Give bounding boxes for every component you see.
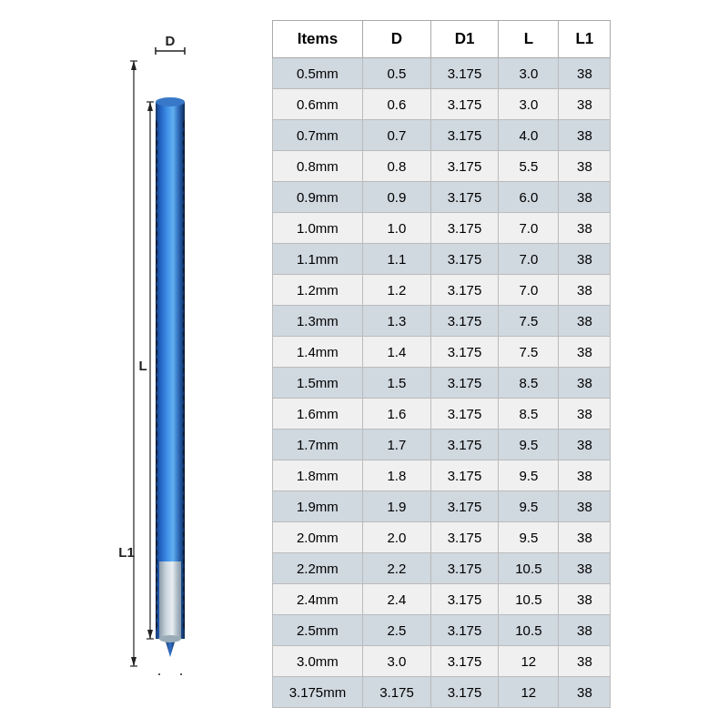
spec-value-cell: 38 xyxy=(559,646,611,677)
spec-value-cell: 38 xyxy=(559,584,611,615)
item-name-cell: 1.2mm xyxy=(272,275,363,306)
spec-value-cell: 12 xyxy=(499,646,559,677)
svg-point-6 xyxy=(159,635,181,642)
item-name-cell: 0.8mm xyxy=(272,151,363,182)
d1-label: D1 xyxy=(161,672,178,675)
item-name-cell: 1.5mm xyxy=(272,368,363,399)
spec-value-cell: 1.6 xyxy=(363,399,431,430)
spec-value-cell: 0.9 xyxy=(363,182,431,213)
spec-value-cell: 9.5 xyxy=(499,430,559,460)
spec-value-cell: 5.5 xyxy=(499,151,559,182)
spec-value-cell: 38 xyxy=(559,491,611,522)
table-row: 1.4mm1.43.1757.538 xyxy=(272,337,611,368)
spec-value-cell: 0.7 xyxy=(363,120,431,151)
column-header-items: Items xyxy=(272,21,363,58)
table-row: 2.2mm2.23.17510.538 xyxy=(272,553,611,584)
svg-marker-12 xyxy=(147,630,153,639)
spec-value-cell: 4.0 xyxy=(499,120,559,151)
table-row: 0.8mm0.83.1755.538 xyxy=(272,151,611,182)
spec-value-cell: 0.8 xyxy=(363,151,431,182)
table-row: 0.9mm0.93.1756.038 xyxy=(272,182,611,213)
d-label: D xyxy=(165,33,175,48)
spec-value-cell: 1.2 xyxy=(363,275,431,306)
spec-value-cell: 3.175 xyxy=(363,677,431,708)
spec-value-cell: 3.175 xyxy=(430,430,499,460)
data-table-wrapper: ItemsDD1LL1 0.5mm0.53.1753.0380.6mm0.63.… xyxy=(272,20,612,708)
spec-value-cell: 38 xyxy=(559,337,611,368)
spec-value-cell: 38 xyxy=(559,244,611,275)
spec-value-cell: 2.2 xyxy=(363,553,431,584)
table-row: 0.6mm0.63.1753.038 xyxy=(272,89,611,120)
spec-value-cell: 3.175 xyxy=(430,120,499,151)
item-name-cell: 1.9mm xyxy=(272,491,363,522)
svg-marker-16 xyxy=(131,61,136,70)
item-name-cell: 2.5mm xyxy=(272,615,363,646)
svg-marker-11 xyxy=(147,102,153,111)
spec-value-cell: 12 xyxy=(499,677,559,708)
table-row: 1.9mm1.93.1759.538 xyxy=(272,491,611,522)
spec-value-cell: 0.5 xyxy=(363,58,431,89)
item-name-cell: 3.0mm xyxy=(272,646,363,677)
table-row: 3.0mm3.03.1751238 xyxy=(272,646,611,677)
svg-marker-17 xyxy=(131,657,136,666)
spec-value-cell: 3.175 xyxy=(430,491,499,522)
item-name-cell: 1.1mm xyxy=(272,244,363,275)
spec-value-cell: 3.175 xyxy=(430,58,499,89)
spec-value-cell: 38 xyxy=(559,677,611,708)
spec-value-cell: 38 xyxy=(559,89,611,120)
item-name-cell: 2.4mm xyxy=(272,584,363,615)
table-header-row: ItemsDD1LL1 xyxy=(272,21,611,58)
item-name-cell: 0.5mm xyxy=(272,58,363,89)
table-row: 1.6mm1.63.1758.538 xyxy=(272,399,611,430)
spec-value-cell: 3.175 xyxy=(430,522,499,553)
item-name-cell: 0.9mm xyxy=(272,182,363,213)
spec-value-cell: 3.175 xyxy=(430,553,499,584)
spec-value-cell: 8.5 xyxy=(499,399,559,430)
l1-label: L1 xyxy=(118,544,135,560)
spec-value-cell: 3.0 xyxy=(499,58,559,89)
item-name-cell: 0.7mm xyxy=(272,120,363,151)
column-header-l1: L1 xyxy=(559,21,611,58)
table-row: 0.5mm0.53.1753.038 xyxy=(272,58,611,89)
spec-value-cell: 3.175 xyxy=(430,306,499,337)
spec-value-cell: 9.5 xyxy=(499,522,559,553)
item-name-cell: 3.175mm xyxy=(272,677,363,708)
spec-value-cell: 38 xyxy=(559,213,611,244)
spec-value-cell: 0.6 xyxy=(363,89,431,120)
spec-value-cell: 10.5 xyxy=(499,553,559,584)
spec-value-cell: 3.175 xyxy=(430,368,499,399)
spec-value-cell: 2.0 xyxy=(363,522,431,553)
spec-value-cell: 1.9 xyxy=(363,491,431,522)
column-header-d1: D1 xyxy=(430,21,499,58)
spec-value-cell: 3.175 xyxy=(430,244,499,275)
table-row: 1.3mm1.33.1757.538 xyxy=(272,306,611,337)
spec-value-cell: 3.175 xyxy=(430,399,499,430)
spec-value-cell: 38 xyxy=(559,553,611,584)
table-row: 0.7mm0.73.1754.038 xyxy=(272,120,611,151)
spec-value-cell: 1.3 xyxy=(363,306,431,337)
drill-illustration: D xyxy=(117,20,263,675)
spec-value-cell: 3.175 xyxy=(430,89,499,120)
table-row: 1.8mm1.83.1759.538 xyxy=(272,460,611,491)
spec-value-cell: 38 xyxy=(559,120,611,151)
spec-value-cell: 9.5 xyxy=(499,460,559,491)
spec-value-cell: 1.0 xyxy=(363,213,431,244)
spec-value-cell: 3.175 xyxy=(430,151,499,182)
spec-value-cell: 3.175 xyxy=(430,182,499,213)
spec-value-cell: 38 xyxy=(559,368,611,399)
spec-value-cell: 3.0 xyxy=(363,646,431,677)
spec-value-cell: 8.5 xyxy=(499,368,559,399)
spec-value-cell: 7.0 xyxy=(499,244,559,275)
spec-value-cell: 10.5 xyxy=(499,615,559,646)
spec-value-cell: 1.5 xyxy=(363,368,431,399)
spec-value-cell: 2.5 xyxy=(363,615,431,646)
spec-value-cell: 7.0 xyxy=(499,275,559,306)
spec-value-cell: 38 xyxy=(559,460,611,491)
spec-value-cell: 3.175 xyxy=(430,584,499,615)
table-row: 2.5mm2.53.17510.538 xyxy=(272,615,611,646)
item-name-cell: 2.2mm xyxy=(272,553,363,584)
svg-rect-5 xyxy=(159,561,181,639)
spec-value-cell: 38 xyxy=(559,151,611,182)
main-container: D xyxy=(99,2,630,726)
table-row: 1.5mm1.53.1758.538 xyxy=(272,368,611,399)
